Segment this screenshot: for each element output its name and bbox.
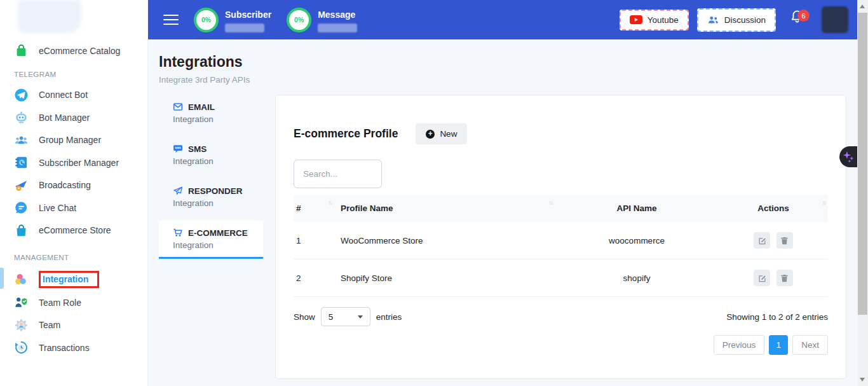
delete-button[interactable]: [776, 270, 793, 286]
discussion-button[interactable]: Discussion: [697, 8, 776, 32]
edit-pencil-icon: [757, 236, 767, 245]
sidebar-item-group-manager[interactable]: Group Manager: [0, 129, 147, 152]
sidebar-item-transactions[interactable]: Transactions: [0, 336, 147, 359]
shopping-bag-green-icon: [14, 43, 29, 58]
subnav-item-sms[interactable]: SMSSMS Integration: [159, 137, 263, 173]
sparkles-icon: [842, 150, 855, 163]
sidebar-item-label: Integration: [43, 274, 88, 284]
scroll-down-arrow[interactable]: [860, 378, 865, 382]
integration-circles-icon: [14, 272, 29, 287]
sidebar-item-team-role[interactable]: Team Role: [0, 291, 147, 314]
sidebar-item-label: Broadcasting: [39, 180, 91, 190]
column-header-num[interactable]: #↑↓: [294, 195, 334, 222]
new-profile-button[interactable]: + New: [416, 123, 467, 144]
sidebar-item-label: Live Chat: [39, 203, 76, 213]
telegram-icon: [14, 88, 29, 102]
previous-page-button[interactable]: Previous: [714, 335, 765, 355]
youtube-icon: [630, 15, 642, 24]
column-header-profile-name[interactable]: Profile Name↑↓: [334, 195, 555, 222]
subscriber-stat-label: Subscriber: [225, 10, 271, 20]
notification-count-badge: 6: [797, 10, 810, 22]
ecommerce-profile-card: E-commerce Profile + New #↑↓ Profile Nam…: [275, 95, 846, 379]
entries-label: entries: [376, 312, 402, 322]
app-logo-blurred: [18, 0, 81, 33]
message-progress-ring: 0%: [287, 8, 311, 32]
sidebar-item-ecommerce-catalog[interactable]: eCommerce Catalog: [0, 39, 147, 62]
sidebar-section-telegram: TELEGRAM: [0, 62, 147, 84]
sidebar-item-integration[interactable]: Integration: [0, 267, 147, 291]
ai-assistant-floating-button[interactable]: [839, 146, 857, 167]
scroll-up-arrow[interactable]: [860, 4, 865, 8]
notifications-button[interactable]: 6: [789, 9, 808, 31]
next-page-button[interactable]: Next: [792, 335, 828, 355]
edit-button[interactable]: [754, 232, 770, 249]
sidebar-section-management: MANAGEMENT: [0, 245, 147, 267]
shield-person-icon: [14, 295, 29, 310]
page-size-select[interactable]: 5: [321, 307, 370, 326]
broadcast-icon: [14, 178, 29, 193]
cart-icon: [173, 228, 183, 238]
delete-button[interactable]: [776, 232, 793, 249]
sidebar: eCommerce Catalog TELEGRAM Connect Bot B…: [0, 0, 148, 386]
scrollbar-thumb[interactable]: [858, 13, 867, 315]
page-size-value: 5: [329, 312, 334, 322]
sidebar-item-team[interactable]: Team: [0, 314, 147, 337]
row-profile-name: Shopify Store: [334, 259, 555, 297]
page-title: Integrations: [159, 53, 846, 71]
sidebar-item-connect-bot[interactable]: Connect Bot: [0, 84, 147, 107]
sidebar-item-label: Transactions: [39, 343, 90, 353]
subnav-item-ecommerce[interactable]: E-COMMERCE Integration: [159, 221, 263, 259]
svg-text:SMS: SMS: [175, 146, 180, 149]
annotation-highlight-box: Integration: [39, 271, 99, 288]
edit-pencil-icon: [757, 273, 767, 283]
contacts-phone-icon: [14, 155, 29, 170]
sidebar-item-subscriber-manager[interactable]: Subscriber Manager: [0, 151, 147, 174]
edit-button[interactable]: [754, 270, 770, 286]
row-api-name: woocommerce: [555, 222, 719, 259]
sort-icon: ↑↓: [549, 199, 553, 206]
sidebar-item-label: Group Manager: [39, 135, 101, 145]
row-api-name: shopify: [555, 259, 719, 297]
sidebar-item-label: eCommerce Catalog: [39, 46, 120, 56]
chevron-down-icon: [358, 315, 363, 319]
row-profile-name: WooCommerce Store: [334, 222, 555, 259]
sidebar-item-label: Team: [39, 320, 60, 330]
message-stat-label: Message: [318, 10, 357, 20]
chat-bubble-icon: [14, 200, 29, 215]
history-clock-icon: [14, 340, 29, 355]
pagination: Previous 1 Next: [294, 335, 828, 355]
sms-bubble-icon: SMS: [173, 144, 183, 154]
sidebar-item-bot-manager[interactable]: Bot Manager: [0, 106, 147, 129]
table-row: 2 Shopify Store shopify: [294, 259, 828, 297]
table-header-row: #↑↓ Profile Name↑↓ API Name Actions↑↓: [294, 195, 828, 222]
sidebar-item-label: Subscriber Manager: [39, 158, 119, 168]
subscriber-stat-value-blurred: [225, 24, 264, 32]
page-subtitle: Integrate 3rd Party APIs: [159, 75, 846, 85]
hamburger-menu-icon[interactable]: [163, 11, 179, 28]
sidebar-item-live-chat[interactable]: Live Chat: [0, 196, 147, 219]
subscriber-progress-ring: 0%: [194, 8, 219, 32]
sort-icon: ↑↓: [822, 199, 826, 206]
column-header-api-name[interactable]: API Name: [555, 195, 719, 222]
youtube-button[interactable]: Youtube: [620, 10, 689, 31]
shopping-bag-blue-icon: [14, 223, 29, 238]
user-avatar[interactable]: [822, 6, 848, 33]
card-title: E-commerce Profile: [294, 127, 398, 141]
group-icon: [14, 133, 29, 148]
subnav-item-email[interactable]: EMAIL Integration: [159, 95, 263, 131]
search-input[interactable]: [294, 160, 382, 188]
robot-icon: [14, 110, 29, 125]
gear-person-icon: [14, 318, 29, 333]
sidebar-item-label: Bot Manager: [39, 113, 90, 123]
envelope-icon: [173, 102, 183, 112]
sidebar-item-broadcasting[interactable]: Broadcasting: [0, 174, 147, 197]
current-page-button[interactable]: 1: [769, 335, 788, 355]
vertical-scrollbar[interactable]: [857, 0, 868, 386]
sidebar-item-ecommerce-store[interactable]: eCommerce Store: [0, 219, 147, 242]
subnav-item-responder[interactable]: RESPONDER Integration: [159, 179, 263, 215]
top-header-bar: 0% Subscriber 0% Message Youtube Discuss…: [148, 0, 857, 39]
row-num: 1: [294, 222, 334, 259]
column-header-actions[interactable]: Actions↑↓: [719, 195, 828, 222]
trash-icon: [780, 236, 789, 245]
main-content: Integrations Integrate 3rd Party APIs EM…: [148, 39, 857, 386]
